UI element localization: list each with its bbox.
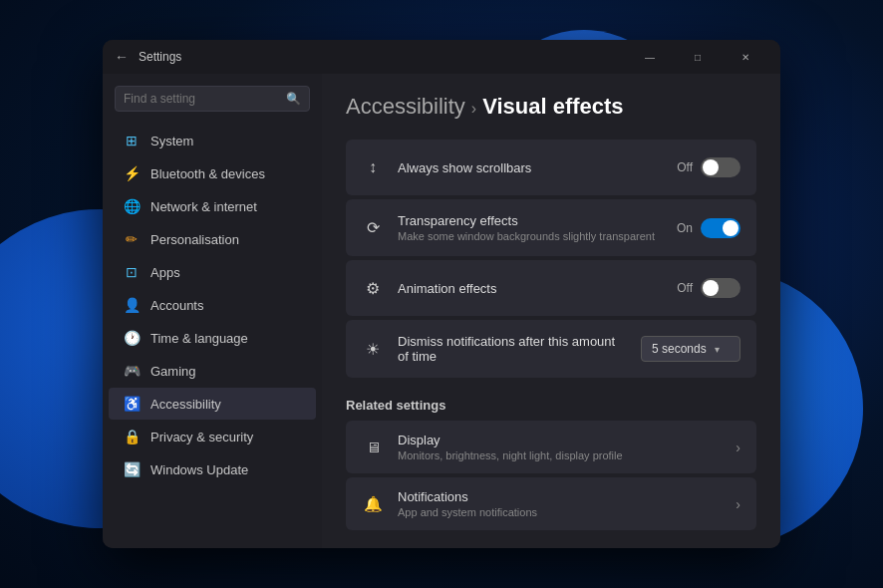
animation-info: Animation effects [398, 281, 663, 296]
sidebar-item-label-windows-update: Windows Update [150, 462, 248, 477]
apps-nav-icon: ⊡ [123, 263, 141, 281]
animation-control-label: Off [677, 281, 693, 295]
scrollbars-label: Always show scrollbars [398, 160, 663, 175]
animation-toggle-knob [703, 280, 719, 296]
sidebar-item-label-network: Network & internet [150, 199, 257, 214]
time-nav-icon: 🕐 [123, 329, 141, 347]
sidebar-item-bluetooth[interactable]: ⚡Bluetooth & devices [109, 157, 316, 189]
animation-setting-icon: ⚙ [362, 277, 384, 299]
transparency-control-label: On [677, 221, 693, 235]
transparency-toggle[interactable] [701, 218, 740, 238]
breadcrumb-parent[interactable]: Accessibility [346, 94, 465, 120]
transparency-label: Transparency effects [398, 213, 663, 228]
window-title: Settings [139, 50, 627, 64]
notifications-setting-icon: ☀ [362, 338, 384, 360]
accounts-nav-icon: 👤 [123, 296, 141, 314]
main-layout: 🔍 ⊞System⚡Bluetooth & devices🌐Network & … [103, 74, 780, 548]
windows-update-nav-icon: 🔄 [123, 460, 141, 478]
notifications-dropdown-chevron: ▾ [715, 344, 720, 355]
notifications-control[interactable]: 5 seconds▾ [641, 336, 740, 362]
notifications-label: Dismiss notifications after this amount … [398, 334, 627, 364]
accessibility-nav-icon: ♿ [123, 395, 141, 413]
sidebar-item-label-system: System [150, 134, 193, 148]
settings-window: ← Settings — □ ✕ 🔍 ⊞System⚡Bluetooth & d… [103, 40, 780, 548]
gaming-nav-icon: 🎮 [123, 362, 141, 380]
notifications-info: Dismiss notifications after this amount … [398, 334, 627, 364]
maximize-button[interactable]: □ [675, 40, 721, 74]
notifications-dropdown[interactable]: 5 seconds▾ [641, 336, 740, 362]
related-settings-list: 🖥DisplayMonitors, brightness, night ligh… [346, 421, 756, 530]
notifications-related-desc: App and system notifications [398, 506, 722, 518]
sidebar-item-network[interactable]: 🌐Network & internet [109, 190, 316, 222]
setting-row-transparency: ⟳Transparency effectsMake some window ba… [346, 199, 756, 256]
display-related-label: Display [398, 433, 722, 447]
sidebar: 🔍 ⊞System⚡Bluetooth & devices🌐Network & … [103, 74, 322, 548]
titlebar: ← Settings — □ ✕ [103, 40, 780, 74]
minimize-button[interactable]: — [627, 40, 673, 74]
transparency-setting-icon: ⟳ [362, 217, 384, 239]
sidebar-item-label-apps: Apps [150, 265, 180, 280]
scrollbars-setting-icon: ↕ [362, 156, 384, 178]
network-nav-icon: 🌐 [123, 197, 141, 215]
sidebar-item-gaming[interactable]: 🎮Gaming [109, 355, 316, 387]
animation-control[interactable]: Off [677, 278, 740, 298]
animation-label: Animation effects [398, 281, 663, 296]
scrollbars-toggle[interactable] [701, 157, 740, 177]
content-area: Accessibility › Visual effects ↕Always s… [322, 74, 780, 548]
related-row-notifications[interactable]: 🔔NotificationsApp and system notificatio… [346, 477, 756, 530]
search-icon: 🔍 [286, 92, 301, 106]
sidebar-item-label-gaming: Gaming [150, 364, 196, 379]
nav-list: ⊞System⚡Bluetooth & devices🌐Network & in… [103, 124, 322, 486]
sidebar-item-personalisation[interactable]: ✏Personalisation [109, 223, 316, 255]
setting-row-scrollbars: ↕Always show scrollbarsOff [346, 140, 756, 195]
notifications-dropdown-value: 5 seconds [652, 342, 707, 356]
animation-toggle[interactable] [701, 278, 740, 298]
display-related-chevron: › [736, 440, 740, 455]
page-header: Accessibility › Visual effects [346, 94, 756, 120]
sidebar-item-accounts[interactable]: 👤Accounts [109, 289, 316, 321]
notifications-related-icon: 🔔 [362, 493, 384, 515]
scrollbars-control-label: Off [677, 160, 693, 174]
bluetooth-nav-icon: ⚡ [123, 164, 141, 182]
transparency-info: Transparency effectsMake some window bac… [398, 213, 663, 242]
sidebar-item-label-time: Time & language [150, 331, 248, 346]
sidebar-item-windows-update[interactable]: 🔄Windows Update [109, 453, 316, 485]
search-box[interactable]: 🔍 [115, 86, 310, 112]
window-controls: — □ ✕ [627, 40, 768, 74]
sidebar-item-label-accessibility: Accessibility [150, 397, 221, 412]
breadcrumb-chevron: › [471, 100, 476, 118]
related-settings-section: Related settings 🖥DisplayMonitors, brigh… [346, 398, 756, 530]
sidebar-item-time[interactable]: 🕐Time & language [109, 322, 316, 354]
close-button[interactable]: ✕ [723, 40, 768, 74]
notifications-related-label: Notifications [398, 489, 722, 504]
sidebar-item-apps[interactable]: ⊡Apps [109, 256, 316, 288]
personalisation-nav-icon: ✏ [123, 230, 141, 248]
sidebar-item-system[interactable]: ⊞System [109, 125, 316, 156]
scrollbars-control[interactable]: Off [677, 157, 740, 177]
scrollbars-info: Always show scrollbars [398, 160, 663, 175]
scrollbars-toggle-knob [703, 159, 719, 175]
breadcrumb-current: Visual effects [482, 94, 623, 120]
transparency-control[interactable]: On [677, 218, 740, 238]
notifications-related-info: NotificationsApp and system notification… [398, 489, 722, 518]
privacy-nav-icon: 🔒 [123, 428, 141, 445]
display-related-desc: Monitors, brightness, night light, displ… [398, 449, 722, 461]
transparency-desc: Make some window backgrounds slightly tr… [398, 230, 663, 242]
display-related-icon: 🖥 [362, 437, 384, 458]
related-row-display[interactable]: 🖥DisplayMonitors, brightness, night ligh… [346, 421, 756, 473]
search-input[interactable] [124, 92, 286, 106]
transparency-toggle-knob [723, 220, 738, 236]
sidebar-item-privacy[interactable]: 🔒Privacy & security [109, 421, 316, 452]
display-related-info: DisplayMonitors, brightness, night light… [398, 433, 722, 461]
notifications-related-chevron: › [736, 496, 740, 512]
settings-list: ↕Always show scrollbarsOff⟳Transparency … [346, 140, 756, 378]
sidebar-item-accessibility[interactable]: ♿Accessibility [109, 388, 316, 420]
sidebar-item-label-personalisation: Personalisation [150, 232, 239, 247]
setting-row-notifications: ☀Dismiss notifications after this amount… [346, 320, 756, 378]
setting-row-animation: ⚙Animation effectsOff [346, 260, 756, 316]
sidebar-item-label-privacy: Privacy & security [150, 430, 253, 444]
sidebar-item-label-bluetooth: Bluetooth & devices [150, 166, 265, 181]
system-nav-icon: ⊞ [123, 132, 141, 149]
sidebar-item-label-accounts: Accounts [150, 298, 203, 313]
back-button[interactable]: ← [115, 49, 129, 65]
